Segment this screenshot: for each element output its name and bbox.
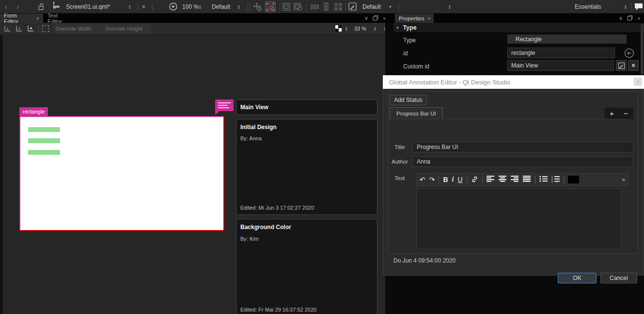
dialog-titlebar: Global Annotation Editor - Qt Design Stu… [383, 75, 644, 89]
card-author: By: Kim [240, 236, 259, 242]
pane-close-icon[interactable]: × [637, 16, 640, 21]
style-dropdown-icon[interactable]: ▾ [389, 4, 392, 9]
pane-close-icon[interactable]: × [383, 16, 386, 21]
svg-text:x: x [6, 26, 9, 31]
separator [345, 3, 346, 11]
artboard-rectangle[interactable] [19, 116, 224, 231]
remove-annotation-button[interactable]: − [619, 108, 633, 119]
annotation-title-field[interactable] [412, 142, 633, 152]
pane-chevron-down-icon[interactable]: ∨ [619, 15, 623, 21]
add-status-button[interactable]: Add Status [390, 95, 427, 105]
close-file-icon[interactable]: × [142, 3, 145, 10]
separator [467, 176, 467, 183]
dialog-close-button[interactable]: x [634, 78, 642, 86]
move-tool-icon[interactable] [253, 2, 262, 13]
zoom-spinner-icon[interactable]: ▴▾ [374, 26, 376, 31]
redo-icon[interactable]: ↷ [429, 176, 435, 183]
annotation-card-background-color[interactable]: Background Color By: Kim Edited: Fr Mai … [236, 219, 377, 314]
canvas-zoom-value[interactable]: 33 % [354, 26, 366, 32]
toolbar-spinner-icon[interactable]: ▴▾ [449, 4, 451, 9]
preview-zoom-spinner-icon[interactable]: ▴▾ [199, 4, 201, 9]
snap-edges-icon[interactable] [26, 25, 35, 34]
align-center-icon[interactable] [499, 176, 507, 183]
tab-text-editor[interactable]: Text Editor [44, 14, 78, 23]
tab-properties[interactable]: Properties × [395, 14, 434, 23]
custom-id-edit-icon[interactable] [616, 60, 627, 71]
grid-layout-icon[interactable] [334, 3, 342, 12]
lock-icon[interactable] [38, 3, 45, 12]
align-left-icon[interactable] [487, 176, 495, 183]
selection-tool-icon[interactable] [265, 1, 276, 12]
annotation-card-main-view[interactable]: Main View [236, 99, 377, 115]
style-selector-value[interactable]: Default [362, 3, 381, 10]
align-justify-icon[interactable] [523, 176, 531, 183]
style-edit-pen-icon[interactable] [348, 2, 357, 12]
align-right-icon[interactable] [511, 176, 519, 183]
state-selector-value[interactable]: Default [212, 3, 230, 10]
numbered-list-icon[interactable]: 123 [551, 176, 560, 184]
annotation-bubble-icon[interactable] [634, 3, 643, 12]
type-section-header[interactable]: ▾ Type [393, 23, 644, 33]
add-annotation-button[interactable]: + [605, 108, 619, 119]
pane-float-icon[interactable] [373, 15, 378, 22]
tab-underline [390, 119, 628, 119]
type-value-field[interactable]: Rectangle [507, 34, 627, 44]
id-alias-export-icon[interactable] [624, 48, 634, 60]
snap-anchors-icon[interactable]: A [15, 25, 23, 34]
file-spinner-icon[interactable]: ▴▾ [129, 4, 131, 9]
forward-icon[interactable]: › [16, 3, 19, 10]
workspace-selector-value[interactable]: Essentials [575, 3, 601, 10]
open-file-name[interactable]: Screen01.ui.qml* [66, 3, 110, 10]
richtext-toolbar: ↶ ↷ B i U 123 » [416, 173, 629, 186]
tab-close-icon[interactable]: × [36, 16, 39, 21]
undo-icon[interactable]: ↶ [420, 176, 425, 183]
ok-button[interactable]: OK [558, 273, 597, 283]
no-snapping-icon[interactable]: x [3, 25, 12, 34]
hyperlink-icon[interactable] [471, 176, 478, 184]
annotation-card-initial-design[interactable]: Initial Design By: Anna Edited: Mi Jun 3… [236, 119, 377, 215]
bounding-rect-hierarchy-icon[interactable] [294, 3, 302, 12]
section-collapse-icon[interactable]: ▾ [396, 25, 399, 30]
properties-scrollbar[interactable] [641, 23, 644, 75]
underline-icon[interactable]: U [457, 176, 462, 183]
separator [306, 3, 307, 11]
tab-progress-bar-ui[interactable]: Progress Bar UI [390, 107, 443, 119]
bounding-rect-icon[interactable] [283, 3, 290, 12]
show-bounding-rects-icon[interactable] [42, 25, 49, 32]
tab-close-icon[interactable]: × [427, 16, 430, 21]
override-width-field[interactable] [56, 24, 101, 33]
text-label: Text [394, 175, 405, 181]
annotation-marker-icon[interactable] [215, 99, 235, 117]
green-bar [28, 127, 60, 132]
bold-icon[interactable]: B [443, 176, 448, 183]
row-layout-icon[interactable] [311, 4, 319, 11]
custom-id-label: Custom id [403, 63, 429, 70]
artboard-label[interactable]: rectangle [19, 107, 48, 116]
id-field[interactable] [507, 48, 615, 58]
custom-id-field[interactable] [507, 60, 614, 71]
custom-id-clear-icon[interactable]: × [628, 60, 639, 71]
back-icon[interactable]: ‹ [5, 3, 7, 10]
pane-float-icon[interactable] [627, 15, 633, 22]
annotation-author-field[interactable] [412, 156, 633, 167]
separator [247, 3, 248, 11]
run-preview-icon[interactable] [169, 2, 177, 12]
cancel-button[interactable]: Cancel [600, 273, 637, 283]
zoom-spinner-icon[interactable]: ▴▾ [346, 26, 347, 31]
state-spinner-icon[interactable]: ▴▾ [238, 4, 240, 9]
annotation-text-area[interactable] [416, 188, 621, 249]
canvas-background-toggle-icon[interactable] [335, 25, 342, 32]
font-color-swatch[interactable] [568, 176, 579, 183]
tab-form-editor[interactable]: Form Editor × [0, 14, 43, 23]
preview-zoom-value: 100 % [182, 3, 199, 10]
toolbar-overflow-icon[interactable]: » [622, 177, 625, 182]
bullet-list-icon[interactable] [539, 176, 548, 183]
id-label: id [403, 50, 408, 57]
svg-text:A: A [18, 26, 21, 31]
workspace-spinner-icon[interactable]: ▴▾ [625, 4, 627, 9]
override-height-field[interactable] [105, 24, 151, 33]
form-editor-toolbar: x A ▴▾ 33 % ▴▾ ↺ [0, 23, 385, 35]
italic-icon[interactable]: i [452, 176, 454, 183]
column-layout-icon[interactable] [323, 2, 329, 13]
pane-chevron-down-icon[interactable]: ∨ [364, 15, 368, 21]
